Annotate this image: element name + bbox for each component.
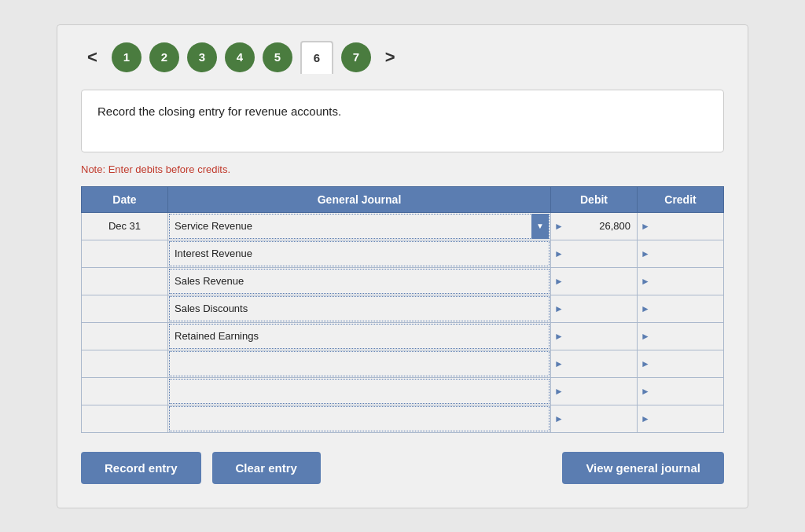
credit-input-5[interactable] [652,351,720,376]
journal-input-6[interactable] [170,385,549,397]
table-row: ► ► [82,350,724,377]
journal-cell-6[interactable] [168,377,551,405]
credit-cell-5[interactable]: ► [638,350,724,377]
credit-arrow-1: ► [641,248,650,259]
credit-arrow-4: ► [641,331,650,342]
journal-input-5[interactable] [170,358,549,369]
next-button[interactable]: > [379,44,402,71]
table-row: ► ► [82,377,724,405]
debit-arrow-2: ► [554,276,564,287]
debit-cell-0[interactable]: ► [551,212,638,240]
debit-input-4[interactable] [565,324,634,349]
step-1[interactable]: 1 [112,42,142,72]
debit-arrow-7: ► [554,413,564,424]
journal-cell-5[interactable] [168,350,551,377]
step-4[interactable]: 4 [225,42,255,72]
debit-arrow-3: ► [554,303,564,314]
debit-input-6[interactable] [565,379,634,404]
journal-input-0[interactable] [170,220,531,232]
credit-input-6[interactable] [652,379,720,404]
debit-cell-2[interactable]: ► [551,267,638,295]
credit-cell-2[interactable]: ► [638,267,724,295]
journal-input-2[interactable] [170,275,549,287]
table-row: ► ► [82,295,724,322]
view-general-journal-button[interactable]: View general journal [562,452,724,484]
debit-arrow-5: ► [554,358,564,369]
journal-cell-3[interactable] [168,295,551,322]
credit-arrow-3: ► [641,303,650,314]
journal-cell-0[interactable] [168,212,551,240]
debit-arrow-4: ► [554,331,564,342]
step-3[interactable]: 3 [187,42,217,72]
date-cell-0: Dec 31 [82,212,168,240]
debit-input-1[interactable] [565,241,634,266]
credit-input-2[interactable] [652,269,720,294]
button-row: Record entry Clear entry View general jo… [81,452,724,484]
credit-cell-6[interactable]: ► [638,377,724,405]
record-entry-button[interactable]: Record entry [81,452,201,484]
step-5[interactable]: 5 [263,42,292,72]
nav-row: < 1 2 3 4 5 6 7 > [81,41,724,74]
credit-cell-3[interactable]: ► [638,295,724,322]
credit-arrow-0: ► [641,221,650,232]
debit-arrow-0: ► [554,221,564,232]
credit-input-7[interactable] [652,406,720,431]
header-date: Date [82,186,168,212]
debit-cell-4[interactable]: ► [551,322,638,350]
date-cell-3 [82,295,168,322]
table-row: Dec 31 ► ► [82,212,724,240]
credit-input-4[interactable] [652,324,720,349]
journal-cell-2[interactable] [168,267,551,295]
credit-arrow-6: ► [641,386,650,397]
step-2[interactable]: 2 [149,42,179,72]
credit-cell-7[interactable]: ► [638,405,724,432]
debit-input-5[interactable] [565,351,634,376]
header-debit: Debit [551,186,638,212]
debit-input-3[interactable] [565,296,634,321]
credit-cell-0[interactable]: ► [638,212,724,240]
credit-arrow-5: ► [641,358,650,369]
instruction-box: Record the closing entry for revenue acc… [81,90,724,152]
journal-input-1[interactable] [170,248,549,259]
instruction-text: Record the closing entry for revenue acc… [97,105,341,118]
date-cell-6 [82,377,168,405]
debit-input-7[interactable] [565,406,634,431]
table-row: ► ► [82,267,724,295]
credit-cell-4[interactable]: ► [638,322,724,350]
date-cell-7 [82,405,168,432]
journal-input-7[interactable] [170,413,549,424]
date-cell-4 [82,322,168,350]
journal-table: Date General Journal Debit Credit Dec 31 [81,186,724,433]
prev-button[interactable]: < [81,44,104,71]
debit-arrow-6: ► [554,386,564,397]
clear-entry-button[interactable]: Clear entry [212,452,321,484]
table-row: ► ► [82,322,724,350]
journal-input-4[interactable] [170,330,549,342]
table-row: ► ► [82,405,724,432]
debit-cell-7[interactable]: ► [551,405,638,432]
main-card: < 1 2 3 4 5 6 7 > Record the closing ent… [57,24,748,508]
header-credit: Credit [638,186,724,212]
debit-cell-1[interactable]: ► [551,240,638,267]
debit-cell-6[interactable]: ► [551,377,638,405]
step-6[interactable]: 6 [300,41,333,74]
debit-cell-3[interactable]: ► [551,295,638,322]
credit-input-0[interactable] [652,214,720,239]
credit-input-1[interactable] [652,241,720,266]
journal-cell-7[interactable] [168,405,551,432]
note-text: Note: Enter debits before credits. [81,163,724,175]
credit-cell-1[interactable]: ► [638,240,724,267]
step-7[interactable]: 7 [341,42,371,72]
debit-cell-5[interactable]: ► [551,350,638,377]
journal-input-3[interactable] [170,303,549,314]
debit-input-0[interactable] [565,214,634,239]
debit-arrow-1: ► [554,248,564,259]
credit-input-3[interactable] [652,296,720,321]
journal-cell-4[interactable] [168,322,551,350]
table-row: ► ► [82,240,724,267]
credit-arrow-2: ► [641,276,650,287]
journal-cell-1[interactable] [168,240,551,267]
debit-input-2[interactable] [565,269,634,294]
credit-arrow-7: ► [641,413,650,424]
dropdown-arrow-0[interactable] [531,214,549,239]
